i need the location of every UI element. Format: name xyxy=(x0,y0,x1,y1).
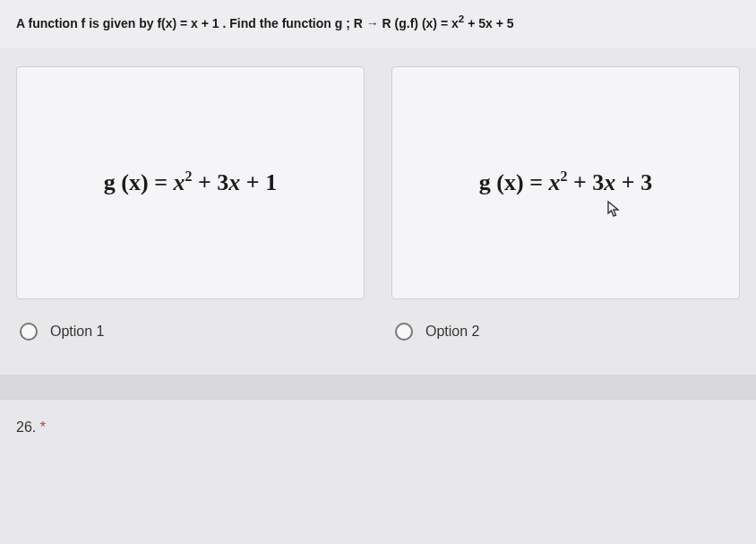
formula-tail: + 3 xyxy=(615,169,652,195)
required-mark: * xyxy=(40,419,46,435)
formula-var: x xyxy=(173,169,185,195)
option-row-1[interactable]: Option 1 xyxy=(16,315,365,348)
formula-var2: x xyxy=(228,169,240,195)
option-row-2[interactable]: Option 2 xyxy=(391,315,740,348)
formula-tail: + 1 xyxy=(240,169,277,195)
formula-option-1: g (x) = x2 + 3x + 1 xyxy=(104,168,277,196)
formula-mid: + 3 xyxy=(567,169,604,195)
formula-var: x xyxy=(548,169,560,195)
prompt-prefix: A function f is given by f(x) = x + 1 . … xyxy=(16,16,459,30)
section-divider xyxy=(0,375,756,400)
formula-var2: x xyxy=(604,169,615,195)
option-labels-row: Option 1 Option 2 xyxy=(0,299,756,348)
option-label-2: Option 2 xyxy=(425,324,479,340)
prompt-suffix: + 5x + 5 xyxy=(464,16,513,30)
radio-option-1[interactable] xyxy=(20,323,38,341)
options-container: g (x) = x2 + 3x + 1 g (x) = x2 + 3x + 3 xyxy=(0,66,756,299)
option-box-2[interactable]: g (x) = x2 + 3x + 3 xyxy=(391,66,740,299)
formula-option-2: g (x) = x2 + 3x + 3 xyxy=(479,168,652,196)
option-label-1: Option 1 xyxy=(50,324,104,340)
next-question-number: 26. xyxy=(16,419,36,435)
formula-lhs: g (x) = xyxy=(479,169,549,195)
formula-lhs: g (x) = xyxy=(104,169,174,195)
cursor-icon xyxy=(607,201,622,219)
next-question-header: 26. * xyxy=(0,400,756,455)
option-box-1[interactable]: g (x) = x2 + 3x + 1 xyxy=(16,66,365,299)
radio-option-2[interactable] xyxy=(395,323,413,341)
question-prompt: A function f is given by f(x) = x + 1 . … xyxy=(0,0,756,48)
formula-mid: + 3 xyxy=(192,169,228,195)
